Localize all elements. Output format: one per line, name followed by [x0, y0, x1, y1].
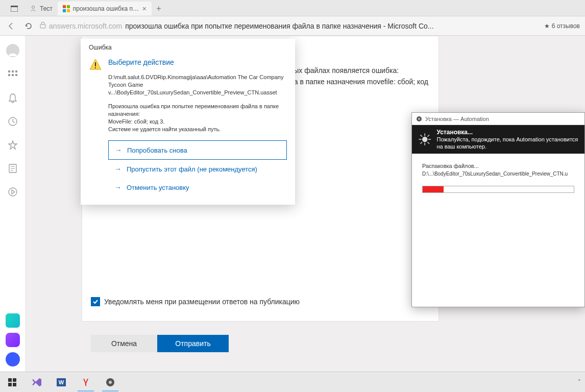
arrow-right-icon: → — [114, 165, 121, 173]
clock-icon[interactable] — [8, 116, 18, 129]
svg-rect-12 — [15, 70, 17, 72]
installer-window: Установка — Automation Установка... Пожа… — [411, 112, 585, 307]
installer-task-icon[interactable] — [100, 373, 120, 391]
warning-icon — [89, 58, 102, 197]
visualstudio-icon[interactable] — [27, 373, 47, 391]
address-bar[interactable]: answers.microsoft.com произошла ошибка п… — [40, 21, 539, 30]
star-icon[interactable] — [8, 140, 18, 152]
svg-point-21 — [9, 188, 17, 196]
svg-line-33 — [427, 135, 429, 137]
arrow-right-icon: → — [115, 146, 122, 154]
submit-button[interactable]: Отправить — [157, 335, 229, 352]
notify-label: Уведомлять меня при размещении ответов н… — [104, 298, 300, 306]
back-button[interactable] — [5, 20, 17, 32]
svg-point-9 — [11, 47, 15, 51]
browser-sidebar — [0, 36, 26, 372]
bell-icon[interactable] — [8, 93, 17, 105]
installer-icon — [416, 116, 422, 122]
svg-rect-22 — [95, 62, 96, 66]
installer-status: Распаковка файлов... — [422, 163, 574, 169]
installer-header-title: Установка... — [436, 129, 578, 136]
progress-fill — [423, 186, 444, 192]
svg-line-34 — [420, 142, 422, 144]
svg-rect-13 — [8, 74, 10, 76]
cancel-button[interactable]: Отмена — [91, 335, 157, 352]
reload-button[interactable] — [22, 20, 35, 32]
cancel-install-button[interactable]: → Отменить установку — [108, 178, 287, 197]
start-button[interactable] — [2, 373, 22, 391]
svg-rect-5 — [63, 9, 66, 12]
progress-bar — [422, 186, 574, 193]
address-title: произошла ошибка при попытке переименова… — [125, 22, 433, 30]
system-tray[interactable]: ˄ — [578, 379, 581, 385]
installer-header-sub: Пожалуйста, подождите, пока Automation у… — [436, 136, 578, 150]
close-icon[interactable]: × — [142, 5, 147, 13]
address-domain: answers.microsoft.com — [49, 22, 122, 30]
word-icon[interactable]: W — [51, 373, 71, 391]
document-icon[interactable] — [8, 163, 17, 176]
app-blue[interactable] — [6, 352, 20, 366]
reviews-badge[interactable]: ★ 6 отзывов — [544, 22, 580, 30]
installer-titlebar[interactable]: Установка — Automation — [412, 113, 584, 125]
tab-title: произошла ошибка при — [73, 5, 139, 12]
svg-line-32 — [427, 142, 429, 144]
new-tab-button[interactable]: + — [152, 2, 166, 16]
browser-toolbar: answers.microsoft.com произошла ошибка п… — [0, 16, 585, 36]
svg-rect-3 — [63, 5, 66, 8]
retry-button[interactable]: → Попробовать снова — [108, 140, 287, 160]
app-teal[interactable] — [6, 313, 20, 328]
installer-header: Установка... Пожалуйста, подождите, пока… — [412, 125, 584, 154]
installer-body: Распаковка файлов... D:\...\BodyEditor_7… — [412, 154, 584, 202]
svg-rect-7 — [40, 24, 45, 28]
error-path: D:\mult.salut.6.DVDRip.Kinomagija\aaa\Au… — [108, 74, 287, 96]
svg-rect-4 — [67, 5, 70, 8]
svg-point-2 — [32, 6, 35, 9]
lock-icon — [40, 21, 46, 30]
chevron-up-icon[interactable]: ˄ — [578, 379, 581, 385]
svg-rect-35 — [8, 378, 12, 382]
tab-microsoft-answers[interactable]: произошла ошибка при × — [58, 2, 152, 16]
svg-rect-14 — [12, 74, 14, 76]
app-purple[interactable] — [6, 333, 20, 347]
favicon-icon — [30, 5, 37, 12]
skip-button[interactable]: → Пропустить этот файл (не рекомендуется… — [108, 160, 287, 178]
tab-title: Тест — [40, 5, 53, 12]
play-icon[interactable] — [8, 187, 18, 199]
svg-rect-37 — [8, 383, 12, 386]
svg-rect-11 — [12, 70, 14, 72]
microsoft-icon — [63, 5, 70, 12]
svg-point-42 — [109, 381, 112, 384]
gear-burst-icon — [418, 130, 431, 149]
tab-test[interactable]: Тест — [25, 2, 58, 16]
avatar-icon[interactable] — [6, 44, 19, 59]
svg-rect-15 — [15, 74, 17, 76]
grid-icon[interactable] — [8, 70, 17, 82]
svg-rect-38 — [13, 383, 16, 386]
error-dialog-title: Ошибка — [89, 44, 287, 51]
svg-rect-23 — [95, 67, 96, 68]
svg-line-31 — [420, 135, 422, 137]
error-dialog: Ошибка Выберите действие D:\mult.salut.6… — [81, 39, 295, 205]
yandex-icon[interactable] — [76, 373, 96, 391]
svg-rect-36 — [13, 378, 16, 382]
arrow-right-icon: → — [114, 183, 121, 191]
installer-path: D:\...\BodyEditor_70sLuxurySedan_Convert… — [422, 171, 574, 177]
svg-point-25 — [418, 118, 420, 120]
browser-tab-strip: Тест произошла ошибка при × + — [0, 0, 585, 16]
form-buttons: Отмена Отправить — [91, 335, 229, 352]
svg-rect-6 — [67, 9, 70, 12]
svg-point-26 — [422, 137, 427, 142]
svg-rect-1 — [11, 6, 18, 7]
svg-text:W: W — [59, 379, 64, 385]
error-message: Произошла ошибка при попытке переименова… — [108, 103, 287, 133]
background-text: ных файлах появляется ошибка: ла в папке… — [290, 65, 428, 87]
checkbox-icon[interactable] — [91, 297, 100, 306]
svg-rect-10 — [8, 70, 10, 72]
installer-title: Установка — Automation — [425, 116, 489, 122]
window-controls[interactable] — [4, 2, 25, 16]
taskbar: W ˄ — [0, 372, 585, 392]
error-heading: Выберите действие — [108, 58, 287, 66]
notify-checkbox-row[interactable]: Уведомлять меня при размещении ответов н… — [91, 297, 300, 306]
